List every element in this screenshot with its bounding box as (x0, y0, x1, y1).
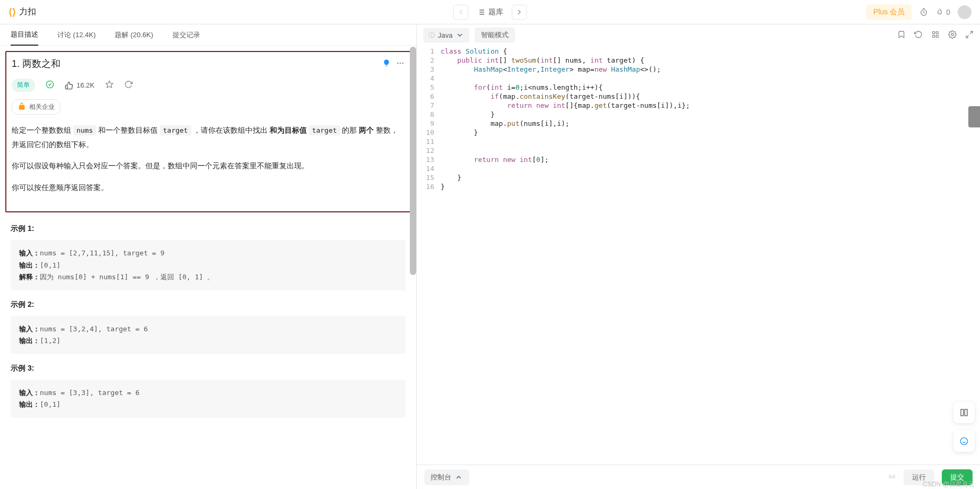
editor-bottom-bar: 控制台 运行 提交 (417, 465, 980, 489)
tab-discuss[interactable]: 讨论 (12.4K) (57, 24, 96, 46)
hint-icon[interactable] (382, 59, 391, 69)
watermark: CSDN @日星月云 (923, 480, 975, 489)
layout-icon (960, 408, 968, 417)
logo-text: 力扣 (19, 6, 36, 18)
example-title: 示例 1: (5, 224, 411, 234)
svg-rect-12 (933, 31, 935, 33)
svg-line-17 (970, 31, 973, 34)
bookmark-icon (897, 30, 906, 39)
svg-line-18 (966, 35, 969, 38)
problem-list-link[interactable]: 题库 (472, 7, 508, 17)
timer-button[interactable] (919, 8, 928, 16)
svg-rect-21 (961, 409, 964, 416)
keyboard-icon (931, 30, 940, 39)
like-button[interactable]: 16.2K (65, 81, 94, 90)
console-label: 控制台 (431, 473, 451, 482)
chevron-right-icon (515, 8, 523, 16)
avatar[interactable] (958, 5, 972, 19)
center-nav: 题库 (453, 5, 527, 20)
left-tabs: 题目描述 讨论 (12.4K) 题解 (20.6K) 提交记录 (0, 24, 416, 46)
feedback-button[interactable] (953, 431, 975, 452)
console-toggle[interactable]: 控制台 (424, 469, 469, 485)
example-title: 示例 2: (5, 300, 411, 310)
next-problem-button[interactable] (512, 5, 527, 20)
share-button[interactable] (124, 80, 133, 90)
language-label: Java (438, 31, 452, 39)
tab-solutions[interactable]: 题解 (20.6K) (115, 24, 153, 46)
reset-button[interactable] (914, 30, 923, 40)
svg-point-9 (402, 62, 403, 64)
code-editor[interactable]: 12345678910111213141516 class Solution {… (417, 46, 980, 465)
bookmark-button[interactable] (897, 30, 906, 40)
clock-icon (919, 8, 928, 16)
chevron-down-icon (455, 31, 464, 39)
line-gutter: 12345678910111213141516 (417, 47, 441, 465)
svg-rect-22 (965, 409, 967, 416)
fire-icon (935, 8, 944, 16)
svg-point-8 (400, 62, 401, 64)
svg-rect-13 (936, 31, 938, 33)
editor-toolbar: ⓘ Java 智能模式 (417, 24, 980, 46)
like-count: 16.2K (76, 81, 94, 89)
example-block: 输入：nums = [2,7,11,15], target = 9输出：[0,1… (11, 240, 406, 290)
list-icon (477, 8, 485, 16)
description-content: 1. 两数之和 简单 (0, 46, 416, 489)
streak-count: 0 (946, 8, 950, 16)
svg-point-23 (960, 437, 967, 444)
companies-button[interactable]: 相关企业 (12, 99, 61, 115)
code-area[interactable]: class Solution { public int[] twoSum(int… (441, 47, 980, 465)
share-icon (124, 80, 133, 89)
reset-icon (914, 30, 923, 39)
leetcode-logo-icon: ⟨⟩ (8, 6, 16, 18)
tab-description[interactable]: 题目描述 (11, 24, 38, 46)
glasses-icon (888, 472, 896, 481)
streak-button[interactable]: 0 (935, 8, 950, 16)
fullscreen-icon (965, 30, 974, 39)
star-icon (105, 80, 114, 89)
example-block: 输入：nums = [3,3], target = 6输出：[0,1] (11, 380, 406, 418)
svg-point-19 (889, 476, 891, 478)
solved-icon (46, 80, 54, 90)
svg-point-10 (46, 81, 53, 88)
problem-description: 给定一个整数数组 nums 和一个整数目标值 target ，请你在该数组中找出… (12, 123, 405, 194)
fullscreen-button[interactable] (965, 30, 974, 40)
top-toolbar: ⟨⟩ 力扣 题库 Plus 会员 0 (0, 0, 980, 24)
shortcuts-button[interactable] (931, 30, 940, 40)
logo[interactable]: ⟨⟩ 力扣 (8, 6, 36, 18)
svg-marker-11 (106, 81, 113, 88)
problem-title: 1. 两数之和 (12, 57, 382, 70)
layout-toggle-button[interactable] (953, 402, 975, 423)
description-pane: 题目描述 讨论 (12.4K) 题解 (20.6K) 提交记录 1. 两数之和 (0, 24, 417, 489)
lock-icon (18, 102, 26, 112)
format-button[interactable] (888, 472, 896, 482)
right-side-tab[interactable] (968, 106, 980, 127)
companies-label: 相关企业 (29, 102, 55, 111)
example-title: 示例 3: (5, 364, 411, 373)
smart-mode-button[interactable]: 智能模式 (475, 28, 515, 42)
svg-point-20 (892, 476, 895, 478)
problem-header-box: 1. 两数之和 简单 (5, 51, 411, 212)
settings-button[interactable] (948, 30, 957, 40)
favorite-button[interactable] (105, 80, 114, 90)
tab-submissions[interactable]: 提交记录 (173, 24, 200, 46)
scrollbar[interactable] (410, 47, 416, 275)
difficulty-badge: 简单 (12, 79, 35, 92)
example-block: 输入：nums = [3,2,4], target = 6输出：[1,2] (11, 316, 406, 354)
more-icon[interactable] (396, 59, 405, 69)
problem-list-label: 题库 (488, 7, 503, 17)
gear-icon (948, 30, 957, 39)
editor-pane: ⓘ Java 智能模式 12345678910111213141516 clas… (417, 24, 980, 489)
chevron-left-icon (457, 8, 465, 16)
info-icon: ⓘ (428, 31, 435, 40)
chevron-up-icon (454, 473, 463, 482)
thumbs-up-icon (65, 81, 73, 90)
svg-rect-14 (933, 35, 935, 37)
language-select[interactable]: ⓘ Java (423, 28, 469, 42)
svg-point-7 (397, 62, 399, 64)
smile-icon (960, 437, 968, 445)
svg-point-16 (951, 33, 953, 36)
prev-problem-button[interactable] (453, 5, 468, 20)
plus-membership-button[interactable]: Plus 会员 (866, 4, 912, 20)
svg-rect-15 (936, 35, 938, 37)
